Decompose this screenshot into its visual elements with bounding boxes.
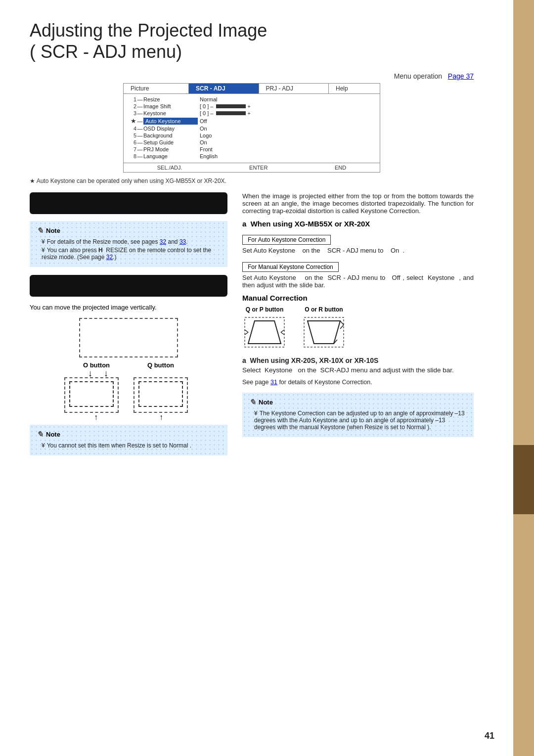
section-a-label: a When using XG-MB55X or XR-20X — [242, 220, 474, 228]
note-box-3: ✎ Note ¥The Keystone Correction can be a… — [242, 393, 474, 437]
image-shift-text: You can move the projected image vertica… — [30, 304, 227, 311]
menu-footer: SEL./ADJ. ENTER END — [124, 163, 380, 172]
note-icon-1: ✎ — [37, 226, 43, 235]
keystone-diag-or: O or R button — [302, 306, 346, 350]
note-2-line-1: ¥You cannot set this item when Resize is… — [37, 442, 221, 449]
note-3-label: Note — [259, 399, 273, 406]
svg-rect-0 — [245, 317, 284, 347]
svg-marker-1 — [248, 321, 281, 344]
menu-row-setup-guide: 6 — Setup Guide On — [128, 139, 376, 146]
menu-row-background: 5 — Background Logo — [128, 132, 376, 139]
note-icon-2: ✎ — [37, 430, 43, 439]
svg-line-5 — [281, 332, 284, 335]
page-container: Adjusting the Projected Image ( SCR - AD… — [0, 0, 534, 756]
o-button-label: O button — [83, 361, 110, 369]
trapezoid-or — [302, 315, 346, 350]
q-button-label: Q button — [147, 361, 174, 369]
left-column: ✎ Note ¥For details of the Resize mode, … — [30, 192, 227, 463]
tab-prj-adj[interactable]: PRJ - ADJ — [259, 84, 329, 93]
svg-marker-7 — [308, 321, 340, 344]
auto-correction-box: For Auto Keystone Correction — [242, 235, 331, 245]
tab-help[interactable]: Help — [329, 84, 380, 93]
intro-text: When the image is projected either from … — [242, 192, 474, 215]
manual-correction-label: Manual Correction — [242, 294, 474, 302]
menu-row-keystone: 3 — Keystone [ 0 ] –+ — [128, 110, 376, 117]
menu-operation-line: Menu operation Page 37 — [30, 72, 474, 80]
note-box-2: ✎ Note ¥You cannot set this item when Re… — [30, 425, 227, 455]
menu-row-osd: 4 — OSD Display On — [128, 125, 376, 132]
menu-table: Picture SCR - ADJ PRJ - ADJ Help 1 — Res… — [123, 83, 380, 173]
link-32b[interactable]: 32 — [106, 254, 113, 261]
note-3-header: ✎ Note — [249, 398, 467, 407]
menu-row-language: 8 — Language English — [128, 153, 376, 160]
auto-correction-text: Set Auto Keystone on the SCR - ADJ menu … — [242, 247, 474, 254]
manual-correction-box: For Manual Keystone Correction — [242, 262, 339, 272]
menu-op-page-link[interactable]: Page 37 — [448, 72, 474, 80]
svg-line-8 — [340, 321, 344, 325]
section-b-text: Select Keystone on the SCR-ADJ menu and … — [242, 366, 474, 374]
right-tab-dark — [513, 445, 534, 514]
right-tab-decoration — [513, 0, 534, 756]
or-button-label: O or R button — [305, 306, 343, 313]
note-1-label: Note — [46, 227, 60, 234]
svg-line-3 — [245, 332, 248, 335]
link-31[interactable]: 31 — [270, 379, 277, 386]
right-column: When the image is projected either from … — [242, 192, 474, 463]
tab-picture[interactable]: Picture — [124, 84, 189, 93]
note-1-line-2: ¥You can also press H RESIZE on the remo… — [37, 247, 221, 261]
note-box-1: ✎ Note ¥For details of the Resize mode, … — [30, 221, 227, 267]
page-title: Adjusting the Projected Image ( SCR - AD… — [30, 20, 474, 62]
menu-table-wrapper: Picture SCR - ADJ PRJ - ADJ Help 1 — Res… — [30, 83, 474, 173]
link-33[interactable]: 33 — [179, 238, 186, 245]
qp-button-label: Q or P button — [246, 306, 283, 313]
manual-correction-text: Set Auto Keystone on the SCR - ADJ menu … — [242, 274, 474, 289]
note-3-line-1: ¥The Keystone Correction can be adjusted… — [249, 410, 467, 431]
menu-body: 1 — Resize Normal 2 — Image Shift [ 0 ] … — [124, 94, 380, 162]
menu-tabs: Picture SCR - ADJ PRJ - ADJ Help — [124, 84, 380, 94]
auto-keystone-note: ★ Auto Keystone can be operated only whe… — [30, 178, 474, 184]
keystone-diagrams: Q or P button — [242, 306, 474, 350]
note-icon-3: ✎ — [249, 398, 256, 407]
tab-scr-adj[interactable]: SCR - ADJ — [189, 84, 259, 93]
note-2-label: Note — [46, 431, 60, 438]
note-2-header: ✎ Note — [37, 430, 221, 439]
black-bar-2 — [30, 275, 227, 297]
menu-row-image-shift: 2 — Image Shift [ 0 ] –+ — [128, 103, 376, 110]
svg-line-4 — [281, 330, 284, 332]
svg-rect-6 — [304, 317, 344, 347]
section-b-label: a When using XR-20S, XR-10X or XR-10S — [242, 356, 474, 364]
page-number: 41 — [485, 731, 494, 741]
menu-row-auto-keystone: ★ — Auto Keystone Off — [128, 117, 376, 125]
menu-row-resize: 1 — Resize Normal — [128, 96, 376, 103]
menu-row-prj-mode: 7 — PRJ Mode Front — [128, 146, 376, 153]
image-shift-diagram: O button Q button ↓ ↓ ↑ — [30, 318, 227, 417]
link-32[interactable]: 32 — [160, 238, 166, 245]
svg-line-9 — [340, 325, 344, 329]
svg-line-2 — [245, 330, 248, 332]
note-1-line-1: ¥For details of the Resize mode, see pag… — [37, 238, 221, 245]
note-1-header: ✎ Note — [37, 226, 221, 235]
keystone-diag-qp: Q or P button — [242, 306, 287, 350]
section-b-note: See page 31 for details of Keystone Corr… — [242, 379, 474, 386]
trapezoid-qp — [242, 315, 287, 350]
black-bar-1 — [30, 192, 227, 214]
